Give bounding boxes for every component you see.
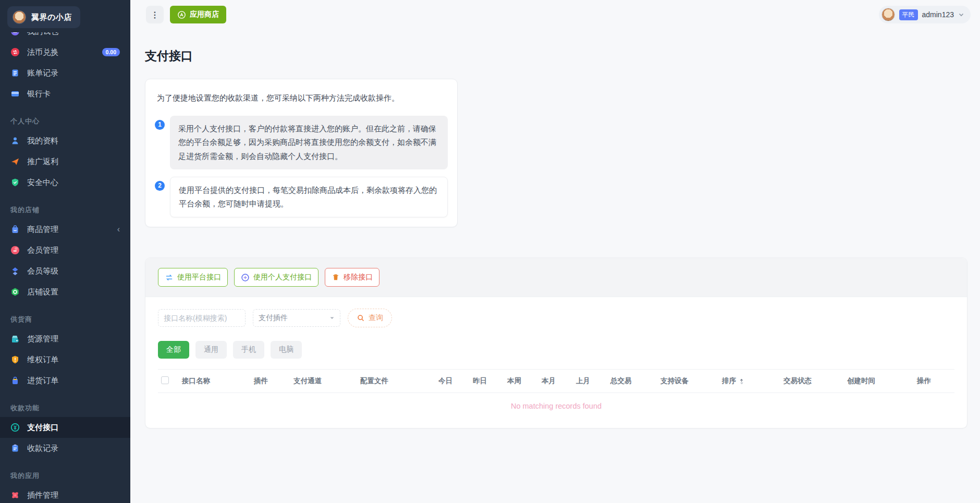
section-collection: 收款功能 (0, 391, 130, 417)
tab-all[interactable]: 全部 (158, 341, 189, 359)
col-transaction-status: 交易状态 (780, 370, 844, 393)
user-avatar (881, 8, 895, 21)
remove-interface-button[interactable]: 移除接口 (325, 268, 379, 287)
shopping-bag-icon (10, 225, 20, 234)
select-all-checkbox[interactable] (161, 376, 169, 384)
instruction-step-2: 2 使用平台提供的支付接口，每笔交易扣除商品成本后，剩余款项将存入您的平台余额，… (155, 177, 448, 218)
payment-plugin-select[interactable]: 支付插件 (253, 309, 340, 327)
content: 支付接口 为了便捷地设置您的收款渠道，您可采纳以下两种方法完成收款操作。 1 采… (130, 29, 980, 428)
profile-icon (10, 136, 20, 145)
payment-interface-icon (10, 423, 20, 432)
use-platform-interface-button[interactable]: 使用平台接口 (158, 268, 228, 287)
swap-arrows-icon (165, 273, 174, 282)
topbar: ⋮ 应用商店 平民 admin123 (130, 0, 980, 29)
app-store-button[interactable]: 应用商店 (170, 6, 226, 23)
instructions-intro: 为了便捷地设置您的收款渠道，您可采纳以下两种方法完成收款操作。 (155, 89, 448, 108)
tab-mobile[interactable]: 手机 (233, 341, 264, 359)
col-config-file: 配置文件 (357, 370, 435, 393)
panel-body: 支付插件 查询 全部 通用 手机 电脑 (145, 297, 967, 428)
sidebar-item-promotion[interactable]: 推广返利 (0, 151, 130, 172)
sidebar-item-collection-records[interactable]: 收款记录 (0, 438, 130, 459)
col-payment-channel: 支付通道 (290, 370, 357, 393)
step-1-text: 采用个人支付接口，客户的付款将直接进入您的账户。但在此之前，请确保您的平台余额足… (170, 116, 448, 169)
sidebar-item-profile[interactable]: 我的资料 (0, 130, 130, 151)
sidebar-item-bill-records[interactable]: 账单记录 (0, 63, 130, 83)
panel-toolbar: 使用平台接口 使用个人支付接口 移除接口 (145, 258, 967, 297)
main-area: ⋮ 应用商店 平民 admin123 支付接口 为了便捷地设置您的收款渠道，您可… (130, 0, 980, 503)
table-header-row: 接口名称 插件 支付通道 配置文件 今日 昨日 本周 本月 上月 总交易 支持设… (158, 370, 954, 393)
trash-icon (332, 273, 340, 281)
device-tabs: 全部 通用 手机 电脑 (158, 341, 954, 359)
app-logo[interactable]: 翼界の小店 (7, 6, 80, 28)
user-role-badge: 平民 (899, 9, 918, 20)
section-my-apps: 我的应用 (0, 459, 130, 485)
use-personal-interface-button[interactable]: 使用个人支付接口 (234, 268, 318, 287)
collapse-chevron-icon[interactable]: ‹ (117, 225, 120, 234)
user-menu[interactable]: 平民 admin123 (879, 6, 971, 23)
col-this-week: 本周 (504, 370, 538, 393)
query-button[interactable]: 查询 (348, 309, 392, 327)
col-plugin: 插件 (251, 370, 290, 393)
empty-row: No matching records found (158, 393, 954, 414)
sidebar-item-supply[interactable]: 货源管理 (0, 328, 130, 349)
sidebar-menu: 我的钱包 法币兑换 0.00 账单记录 银行卡 个人中心 我的资料 推广返利 安… (0, 21, 130, 503)
sidebar-item-purchase-orders[interactable]: 进货订单 (0, 370, 130, 391)
col-today: 今日 (435, 370, 470, 393)
sidebar-item-payment-interface[interactable]: 支付接口 (0, 417, 130, 438)
page-title: 支付接口 (145, 48, 967, 64)
sidebar-item-bank-card[interactable]: 银行卡 (0, 83, 130, 104)
no-records-message: No matching records found (158, 393, 954, 414)
currency-exchange-icon (10, 47, 20, 57)
shop-settings-icon (10, 287, 20, 297)
app-store-icon (177, 10, 186, 19)
interfaces-table: 接口名称 插件 支付通道 配置文件 今日 昨日 本周 本月 上月 总交易 支持设… (158, 369, 954, 413)
col-supported-devices: 支持设备 (657, 370, 719, 393)
purchase-bag-icon (10, 376, 20, 385)
tab-general[interactable]: 通用 (195, 341, 227, 359)
app-logo-icon (13, 10, 26, 24)
level-diamond-icon (10, 266, 20, 276)
sidebar-item-members[interactable]: 会员管理 (0, 240, 130, 261)
sidebar-item-warranty-orders[interactable]: 维权订单 (0, 349, 130, 370)
interface-name-search-input[interactable] (158, 309, 246, 327)
sidebar-item-products[interactable]: 商品管理 ‹ (0, 219, 130, 240)
balance-badge: 0.00 (102, 48, 120, 56)
plugin-puzzle-icon (10, 490, 20, 500)
section-personal-center: 个人中心 (0, 104, 130, 130)
search-icon (357, 314, 365, 322)
col-last-month: 上月 (573, 370, 607, 393)
clipboard-icon (10, 444, 20, 453)
bank-card-icon (10, 89, 20, 99)
select-chevron-icon (329, 315, 335, 321)
sidebar-item-plugins[interactable]: 插件管理 (0, 485, 130, 503)
sort-arrows-icon (738, 378, 745, 385)
paper-plane-icon (10, 157, 20, 166)
tab-desktop[interactable]: 电脑 (271, 341, 302, 359)
sidebar-header: 翼界の小店 (0, 0, 130, 32)
section-my-shop: 我的店铺 (0, 193, 130, 219)
col-interface-name: 接口名称 (179, 370, 251, 393)
warranty-shield-icon (10, 355, 20, 364)
sidebar: 翼界の小店 我的钱包 法币兑换 0.00 账单记录 银行卡 个人中心 我的资料 (0, 0, 130, 503)
shield-icon (10, 178, 20, 187)
bill-records-icon (10, 68, 20, 78)
member-icon (10, 246, 20, 255)
col-sort: 排序 (719, 370, 780, 393)
col-yesterday: 昨日 (470, 370, 504, 393)
kebab-menu-button[interactable]: ⋮ (146, 6, 164, 23)
chevron-down-icon (958, 11, 964, 18)
section-supplier: 供货商 (0, 302, 130, 328)
app-title: 翼界の小店 (31, 13, 72, 22)
step-2-text: 使用平台提供的支付接口，每笔交易扣除商品成本后，剩余款项将存入您的平台余额，您可… (170, 177, 448, 218)
step-1-badge: 1 (155, 120, 165, 130)
col-this-month: 本月 (538, 370, 573, 393)
interfaces-panel: 使用平台接口 使用个人支付接口 移除接口 支付插件 (145, 257, 967, 428)
step-2-badge: 2 (155, 181, 165, 191)
sidebar-item-security[interactable]: 安全中心 (0, 172, 130, 193)
sidebar-item-shop-settings[interactable]: 店铺设置 (0, 281, 130, 302)
col-actions: 操作 (914, 370, 954, 393)
sidebar-item-currency-exchange[interactable]: 法币兑换 0.00 (0, 42, 130, 63)
circled-plus-icon (241, 273, 250, 282)
filter-row: 支付插件 查询 (158, 309, 954, 327)
sidebar-item-member-level[interactable]: 会员等级 (0, 261, 130, 281)
